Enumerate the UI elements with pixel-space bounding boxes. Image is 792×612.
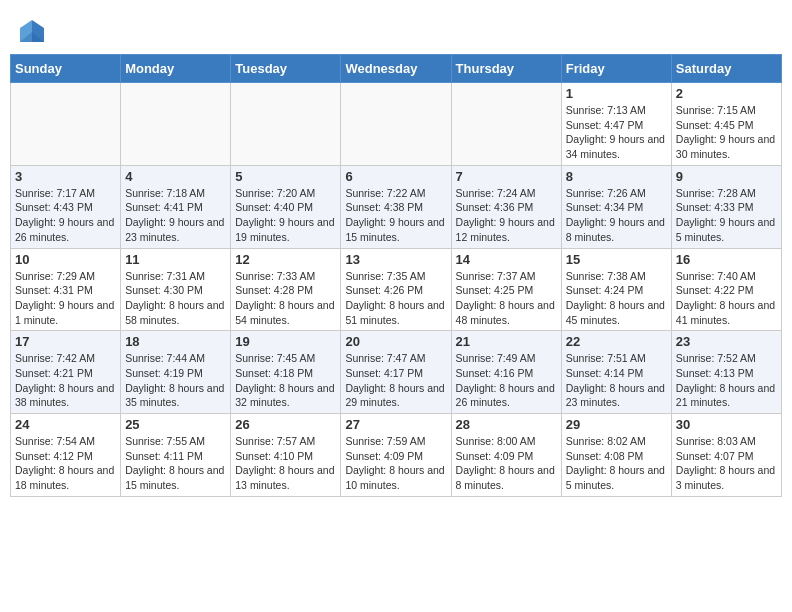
day-number: 1 (566, 86, 667, 101)
day-info: Sunrise: 7:51 AM Sunset: 4:14 PM Dayligh… (566, 351, 667, 410)
day-info: Sunrise: 7:38 AM Sunset: 4:24 PM Dayligh… (566, 269, 667, 328)
day-info: Sunrise: 8:00 AM Sunset: 4:09 PM Dayligh… (456, 434, 557, 493)
day-info: Sunrise: 7:28 AM Sunset: 4:33 PM Dayligh… (676, 186, 777, 245)
day-info: Sunrise: 8:02 AM Sunset: 4:08 PM Dayligh… (566, 434, 667, 493)
calendar-day-cell: 14Sunrise: 7:37 AM Sunset: 4:25 PM Dayli… (451, 248, 561, 331)
calendar-day-cell: 4Sunrise: 7:18 AM Sunset: 4:41 PM Daylig… (121, 165, 231, 248)
day-number: 4 (125, 169, 226, 184)
day-number: 28 (456, 417, 557, 432)
calendar-day-cell: 12Sunrise: 7:33 AM Sunset: 4:28 PM Dayli… (231, 248, 341, 331)
day-info: Sunrise: 7:15 AM Sunset: 4:45 PM Dayligh… (676, 103, 777, 162)
day-info: Sunrise: 7:52 AM Sunset: 4:13 PM Dayligh… (676, 351, 777, 410)
calendar-day-cell: 24Sunrise: 7:54 AM Sunset: 4:12 PM Dayli… (11, 414, 121, 497)
day-number: 14 (456, 252, 557, 267)
calendar-day-cell: 2Sunrise: 7:15 AM Sunset: 4:45 PM Daylig… (671, 83, 781, 166)
day-number: 5 (235, 169, 336, 184)
day-info: Sunrise: 7:33 AM Sunset: 4:28 PM Dayligh… (235, 269, 336, 328)
calendar-day-cell: 8Sunrise: 7:26 AM Sunset: 4:34 PM Daylig… (561, 165, 671, 248)
calendar-day-cell (121, 83, 231, 166)
calendar-day-cell: 5Sunrise: 7:20 AM Sunset: 4:40 PM Daylig… (231, 165, 341, 248)
calendar-day-cell: 17Sunrise: 7:42 AM Sunset: 4:21 PM Dayli… (11, 331, 121, 414)
day-info: Sunrise: 7:13 AM Sunset: 4:47 PM Dayligh… (566, 103, 667, 162)
calendar-day-header: Thursday (451, 55, 561, 83)
calendar-day-cell: 27Sunrise: 7:59 AM Sunset: 4:09 PM Dayli… (341, 414, 451, 497)
calendar-day-cell (341, 83, 451, 166)
day-info: Sunrise: 7:35 AM Sunset: 4:26 PM Dayligh… (345, 269, 446, 328)
day-info: Sunrise: 7:42 AM Sunset: 4:21 PM Dayligh… (15, 351, 116, 410)
day-info: Sunrise: 7:45 AM Sunset: 4:18 PM Dayligh… (235, 351, 336, 410)
day-info: Sunrise: 7:29 AM Sunset: 4:31 PM Dayligh… (15, 269, 116, 328)
calendar-week-row: 24Sunrise: 7:54 AM Sunset: 4:12 PM Dayli… (11, 414, 782, 497)
day-number: 22 (566, 334, 667, 349)
calendar-day-cell: 13Sunrise: 7:35 AM Sunset: 4:26 PM Dayli… (341, 248, 451, 331)
calendar-container: SundayMondayTuesdayWednesdayThursdayFrid… (0, 54, 792, 507)
calendar-day-cell: 11Sunrise: 7:31 AM Sunset: 4:30 PM Dayli… (121, 248, 231, 331)
day-info: Sunrise: 7:40 AM Sunset: 4:22 PM Dayligh… (676, 269, 777, 328)
day-number: 19 (235, 334, 336, 349)
day-info: Sunrise: 7:26 AM Sunset: 4:34 PM Dayligh… (566, 186, 667, 245)
day-info: Sunrise: 7:37 AM Sunset: 4:25 PM Dayligh… (456, 269, 557, 328)
day-number: 20 (345, 334, 446, 349)
day-number: 16 (676, 252, 777, 267)
calendar-day-header: Friday (561, 55, 671, 83)
calendar-day-header: Wednesday (341, 55, 451, 83)
day-info: Sunrise: 7:47 AM Sunset: 4:17 PM Dayligh… (345, 351, 446, 410)
day-number: 2 (676, 86, 777, 101)
day-number: 21 (456, 334, 557, 349)
day-info: Sunrise: 8:03 AM Sunset: 4:07 PM Dayligh… (676, 434, 777, 493)
day-info: Sunrise: 7:31 AM Sunset: 4:30 PM Dayligh… (125, 269, 226, 328)
day-number: 27 (345, 417, 446, 432)
calendar-day-header: Tuesday (231, 55, 341, 83)
day-info: Sunrise: 7:54 AM Sunset: 4:12 PM Dayligh… (15, 434, 116, 493)
calendar-day-cell: 7Sunrise: 7:24 AM Sunset: 4:36 PM Daylig… (451, 165, 561, 248)
calendar-day-cell: 26Sunrise: 7:57 AM Sunset: 4:10 PM Dayli… (231, 414, 341, 497)
page-header (0, 0, 792, 54)
day-number: 13 (345, 252, 446, 267)
calendar-table: SundayMondayTuesdayWednesdayThursdayFrid… (10, 54, 782, 497)
day-number: 29 (566, 417, 667, 432)
day-number: 3 (15, 169, 116, 184)
calendar-week-row: 10Sunrise: 7:29 AM Sunset: 4:31 PM Dayli… (11, 248, 782, 331)
day-number: 24 (15, 417, 116, 432)
calendar-day-cell: 16Sunrise: 7:40 AM Sunset: 4:22 PM Dayli… (671, 248, 781, 331)
calendar-week-row: 1Sunrise: 7:13 AM Sunset: 4:47 PM Daylig… (11, 83, 782, 166)
day-number: 12 (235, 252, 336, 267)
day-number: 30 (676, 417, 777, 432)
day-number: 25 (125, 417, 226, 432)
logo (18, 18, 50, 46)
calendar-day-cell (451, 83, 561, 166)
calendar-day-cell: 3Sunrise: 7:17 AM Sunset: 4:43 PM Daylig… (11, 165, 121, 248)
calendar-day-cell: 23Sunrise: 7:52 AM Sunset: 4:13 PM Dayli… (671, 331, 781, 414)
day-number: 23 (676, 334, 777, 349)
calendar-day-cell (11, 83, 121, 166)
day-info: Sunrise: 7:59 AM Sunset: 4:09 PM Dayligh… (345, 434, 446, 493)
day-number: 10 (15, 252, 116, 267)
day-number: 15 (566, 252, 667, 267)
day-info: Sunrise: 7:22 AM Sunset: 4:38 PM Dayligh… (345, 186, 446, 245)
day-info: Sunrise: 7:24 AM Sunset: 4:36 PM Dayligh… (456, 186, 557, 245)
day-number: 8 (566, 169, 667, 184)
calendar-day-cell: 10Sunrise: 7:29 AM Sunset: 4:31 PM Dayli… (11, 248, 121, 331)
day-number: 11 (125, 252, 226, 267)
calendar-day-cell: 20Sunrise: 7:47 AM Sunset: 4:17 PM Dayli… (341, 331, 451, 414)
calendar-day-cell: 6Sunrise: 7:22 AM Sunset: 4:38 PM Daylig… (341, 165, 451, 248)
calendar-week-row: 17Sunrise: 7:42 AM Sunset: 4:21 PM Dayli… (11, 331, 782, 414)
day-info: Sunrise: 7:49 AM Sunset: 4:16 PM Dayligh… (456, 351, 557, 410)
logo-icon (18, 18, 46, 46)
calendar-day-cell: 1Sunrise: 7:13 AM Sunset: 4:47 PM Daylig… (561, 83, 671, 166)
day-number: 17 (15, 334, 116, 349)
calendar-day-header: Sunday (11, 55, 121, 83)
day-info: Sunrise: 7:55 AM Sunset: 4:11 PM Dayligh… (125, 434, 226, 493)
calendar-day-cell: 9Sunrise: 7:28 AM Sunset: 4:33 PM Daylig… (671, 165, 781, 248)
day-info: Sunrise: 7:20 AM Sunset: 4:40 PM Dayligh… (235, 186, 336, 245)
calendar-day-cell: 15Sunrise: 7:38 AM Sunset: 4:24 PM Dayli… (561, 248, 671, 331)
calendar-day-cell: 18Sunrise: 7:44 AM Sunset: 4:19 PM Dayli… (121, 331, 231, 414)
day-number: 6 (345, 169, 446, 184)
calendar-day-cell: 21Sunrise: 7:49 AM Sunset: 4:16 PM Dayli… (451, 331, 561, 414)
day-info: Sunrise: 7:44 AM Sunset: 4:19 PM Dayligh… (125, 351, 226, 410)
day-number: 18 (125, 334, 226, 349)
calendar-day-cell: 29Sunrise: 8:02 AM Sunset: 4:08 PM Dayli… (561, 414, 671, 497)
day-number: 26 (235, 417, 336, 432)
day-info: Sunrise: 7:57 AM Sunset: 4:10 PM Dayligh… (235, 434, 336, 493)
calendar-day-cell: 30Sunrise: 8:03 AM Sunset: 4:07 PM Dayli… (671, 414, 781, 497)
